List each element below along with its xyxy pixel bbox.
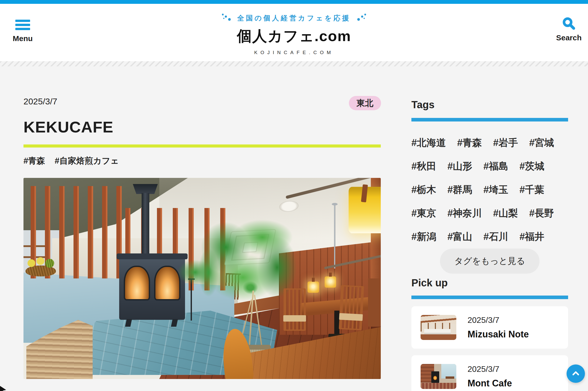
sidebar-tag[interactable]: #群馬 xyxy=(447,183,472,196)
site-subtitle: KOJINCAFE.COM xyxy=(169,50,419,55)
tag-row: #新潟 #富山 #石川 #福井 xyxy=(411,230,580,242)
photo-chair xyxy=(339,285,364,330)
sidebar-tag[interactable]: #秋田 xyxy=(411,160,436,172)
title-underline xyxy=(23,144,381,148)
photo-pendant-rod xyxy=(334,204,335,268)
article-date: 2025/3/7 xyxy=(23,96,57,106)
photo-table-leg xyxy=(334,311,339,335)
article-tag[interactable]: #青森 xyxy=(23,155,45,167)
chevron-up-icon xyxy=(571,369,581,379)
tag-row: #北海道 #青森 #岩手 #宮城 xyxy=(411,136,580,149)
sidebar-tag[interactable]: #埼玉 xyxy=(483,183,508,196)
sidebar-tag[interactable]: #長野 xyxy=(529,207,554,219)
tag-row: #東京 #神奈川 #山梨 #長野 xyxy=(411,207,580,219)
more-tags-button[interactable]: タグをもっと見る xyxy=(440,249,540,274)
menu-button[interactable]: Menu xyxy=(8,20,38,43)
search-icon xyxy=(561,16,576,31)
tag-list: #北海道 #青森 #岩手 #宮城 #秋田 #山形 #福島 #茨城 #栃木 #群馬… xyxy=(411,136,580,254)
pickup-card-title: Mizusaki Note xyxy=(468,329,529,340)
tag-row: #栃木 #群馬 #埼玉 #千葉 xyxy=(411,183,580,196)
sidebar-tag[interactable]: #新潟 xyxy=(411,230,436,242)
photo-chair xyxy=(284,288,306,331)
sidebar-tag[interactable]: #山梨 xyxy=(493,207,518,219)
region-badge[interactable]: 東北 xyxy=(349,96,381,110)
pickup-heading: Pick up xyxy=(411,277,448,289)
page: Menu 全国の個人経営カフェを応援 個人カフェ.com KOJINCAFE.C… xyxy=(0,0,588,391)
photo-wall-lamp xyxy=(308,282,319,293)
thumb-ceiling-beams xyxy=(421,315,456,324)
photo-chair xyxy=(368,278,381,327)
photo-wall-lamp xyxy=(325,276,336,288)
article-photo xyxy=(23,178,381,379)
photo-chimney-hood xyxy=(133,184,158,194)
top-accent-bar xyxy=(0,0,588,4)
pickup-card-date: 2025/3/7 xyxy=(468,364,512,374)
photo-pendant-lamp xyxy=(349,187,381,233)
site-header: Menu 全国の個人経営カフェを応援 個人カフェ.com KOJINCAFE.C… xyxy=(0,4,588,61)
thumb-counter xyxy=(424,329,451,335)
photo-green-fruit xyxy=(45,259,54,267)
sidebar-tag[interactable]: #福島 xyxy=(483,160,508,172)
pickup-card-date: 2025/3/7 xyxy=(468,315,529,325)
hamburger-bar xyxy=(15,20,30,22)
pickup-card[interactable]: 2025/3/7 Mont Cafe xyxy=(411,355,568,391)
search-label: Search xyxy=(553,33,585,42)
photo-lemon xyxy=(36,257,44,265)
hamburger-icon xyxy=(15,20,30,30)
sidebar-tag[interactable]: #千葉 xyxy=(519,183,544,196)
pickup-card-info: 2025/3/7 Mizusaki Note xyxy=(468,315,529,340)
photo-fruit-basket xyxy=(26,257,56,276)
thumb-floor xyxy=(421,334,456,340)
tagline-dots-right-icon xyxy=(356,13,367,23)
photo-lemon xyxy=(28,259,35,267)
tags-heading: Tags xyxy=(411,99,434,111)
article-tag[interactable]: #自家焙煎カフェ xyxy=(55,155,119,167)
pickup-card-info: 2025/3/7 Mont Cafe xyxy=(468,364,512,389)
site-title: 個人カフェ.com xyxy=(169,26,419,46)
site-logo[interactable]: 全国の個人経営カフェを応援 個人カフェ.com KOJINCAFE.COM xyxy=(169,13,419,55)
site-tagline: 全国の個人経営カフェを応援 xyxy=(169,13,419,23)
tagline-dots-left-icon xyxy=(221,13,232,23)
tags-heading-rule xyxy=(411,118,568,121)
photo-lamp-strap xyxy=(361,185,368,203)
tagline-text: 全国の個人経営カフェを応援 xyxy=(237,14,351,23)
sidebar-tag[interactable]: #青森 xyxy=(457,136,482,149)
sidebar-tag[interactable]: #宮城 xyxy=(529,136,554,149)
more-tags-wrap: タグをもっと見る xyxy=(411,249,568,274)
sidebar-tag[interactable]: #神奈川 xyxy=(447,207,482,219)
sidebar-tag[interactable]: #北海道 xyxy=(411,136,446,149)
mouse-cursor xyxy=(0,385,6,391)
pickup-card[interactable]: 2025/3/7 Mizusaki Note xyxy=(411,306,568,349)
menu-label: Menu xyxy=(8,34,38,43)
sidebar-tag[interactable]: #岩手 xyxy=(493,136,518,149)
sidebar-tag[interactable]: #富山 xyxy=(447,230,472,242)
tag-row: #秋田 #山形 #福島 #茨城 xyxy=(411,160,580,172)
pickup-card-title: Mont Cafe xyxy=(468,378,512,389)
scroll-to-top-button[interactable] xyxy=(567,364,585,383)
article-tag-list: #青森 #自家焙煎カフェ xyxy=(23,155,119,167)
sidebar-tag[interactable]: #山形 xyxy=(447,160,472,172)
photo-stove-window xyxy=(124,266,150,300)
thumb-floor xyxy=(421,383,456,389)
hamburger-bar xyxy=(15,24,30,26)
search-button[interactable]: Search xyxy=(553,16,585,42)
pickup-thumbnail xyxy=(421,364,456,389)
article-title: KEKUCAFE xyxy=(23,118,113,136)
diagonal-stripe-divider xyxy=(0,61,588,66)
sidebar-tag[interactable]: #福井 xyxy=(519,230,544,242)
thumb-table xyxy=(446,376,454,379)
sidebar-tag[interactable]: #石川 xyxy=(483,230,508,242)
hamburger-bar xyxy=(15,28,30,30)
photo-chimney-pipe xyxy=(142,193,149,257)
pickup-heading-rule xyxy=(411,296,568,299)
sidebar-tag[interactable]: #茨城 xyxy=(519,160,544,172)
sidebar-tag[interactable]: #栃木 xyxy=(411,183,436,196)
pickup-thumbnail xyxy=(421,315,456,340)
sidebar-tag[interactable]: #東京 xyxy=(411,207,436,219)
